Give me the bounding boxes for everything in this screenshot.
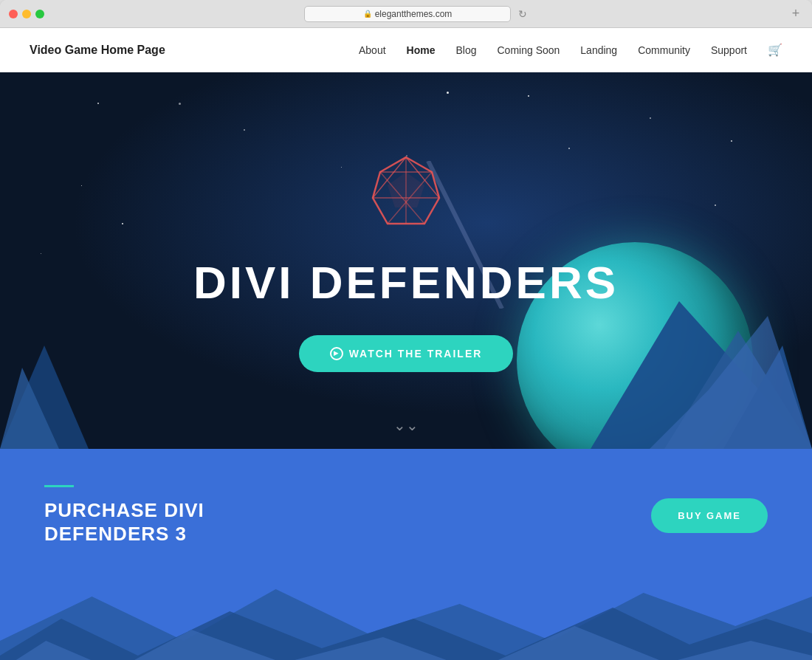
watch-trailer-button[interactable]: ▶ WATCH THE TRAILER <box>299 335 514 372</box>
nav-link-home[interactable]: Home <box>407 44 436 56</box>
address-bar-container: 🔒 elegantthemes.com ↻ <box>50 6 782 22</box>
purchase-content: PURCHASE DIVI DEFENDERS 3 <box>44 485 651 545</box>
nav-link-community[interactable]: Community <box>638 44 690 56</box>
refresh-button[interactable]: ↻ <box>517 8 529 20</box>
browser-titlebar: 🔒 elegantthemes.com ↻ + <box>0 0 812 28</box>
nav-link-blog[interactable]: Blog <box>455 44 476 56</box>
website-content: Video Game Home Page About Home Blog Com… <box>0 28 812 660</box>
nav-link-landing[interactable]: Landing <box>580 44 617 56</box>
purchase-title: PURCHASE DIVI DEFENDERS 3 <box>44 499 651 545</box>
browser-window: 🔒 elegantthemes.com ↻ + Video Game Home … <box>0 0 812 660</box>
svg-marker-15 <box>388 172 424 207</box>
purchase-section: PURCHASE DIVI DEFENDERS 3 BUY GAME <box>0 449 812 582</box>
cart-icon[interactable]: 🛒 <box>768 43 782 57</box>
nav-link-coming-soon[interactable]: Coming Soon <box>498 44 560 56</box>
purchase-accent-line <box>44 485 74 487</box>
navigation: Video Game Home Page About Home Blog Com… <box>0 28 812 72</box>
minimize-button[interactable] <box>22 10 31 18</box>
bottom-mountains <box>0 582 812 660</box>
play-icon: ▶ <box>330 347 343 360</box>
site-logo[interactable]: Video Game Home Page <box>30 44 165 57</box>
url-text: elegantthemes.com <box>375 9 453 19</box>
lock-icon: 🔒 <box>363 10 372 18</box>
maximize-button[interactable] <box>35 10 44 18</box>
hero-title: DIVI DEFENDERS <box>193 256 619 309</box>
close-button[interactable] <box>9 10 18 18</box>
cta-label: WATCH THE TRAILER <box>349 348 483 360</box>
nav-link-about[interactable]: About <box>359 44 386 56</box>
buy-game-button[interactable]: BUY GAME <box>651 498 768 533</box>
address-field[interactable]: 🔒 elegantthemes.com <box>304 6 511 22</box>
hero-section: DIVI DEFENDERS ▶ WATCH THE TRAILER ⌄⌄ <box>0 72 812 449</box>
scroll-indicator[interactable]: ⌄⌄ <box>393 416 419 434</box>
nav-link-support[interactable]: Support <box>711 44 747 56</box>
gem-logo <box>362 150 450 241</box>
mountains-right <box>591 242 812 449</box>
new-tab-button[interactable]: + <box>788 7 803 21</box>
nav-links: About Home Blog Coming Soon Landing Comm… <box>359 43 782 57</box>
mountains-left <box>0 301 148 449</box>
traffic-lights <box>9 10 44 18</box>
